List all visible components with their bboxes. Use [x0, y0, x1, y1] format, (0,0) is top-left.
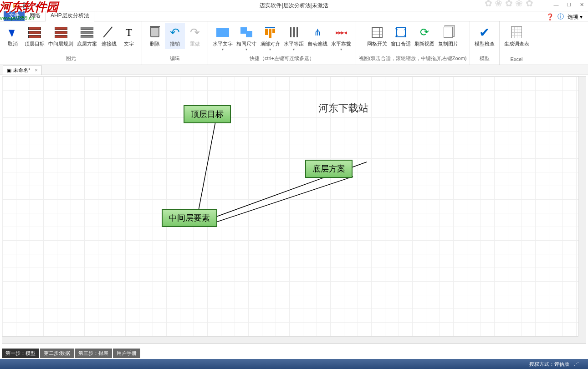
title-decoration: ✿ ❀ ✿ ❀ ✿	[485, 0, 533, 9]
hsnap-icon: ▸▸▸◂	[336, 29, 347, 36]
document-tab-bar: ▣ 未命名* ×	[0, 65, 588, 75]
fit-icon: ↖↗↙↘	[396, 27, 406, 37]
trash-icon	[150, 27, 159, 37]
ribbon-group-view: 网格开关 ↖↗↙↘ 窗口合适 ⟳ 刷新视图 复制图片 视图(双击合适，滚轮缩放，…	[356, 21, 470, 65]
canvas-container: 顶层目标 底层方案 中间层要素 河东下载站	[2, 76, 586, 344]
step1-tab[interactable]: 第一步：模型	[2, 349, 39, 358]
group-label-view: 视图(双击合适，滚轮缩放，中键拖屏,右键Zoom)	[359, 55, 467, 63]
ribbon-group-quick: 水平文字▾ 相同尺寸▾ 顶部对齐▾ 水平等距▾ ⋔ 自动连线 ▸▸▸◂ 水平靠拢…	[208, 21, 356, 65]
window-title: 迈实软件|层次分析法|未激活	[260, 2, 328, 10]
svg-line-0	[198, 122, 215, 212]
svg-line-2	[203, 177, 353, 227]
grid-button[interactable]: 网格开关	[365, 23, 389, 49]
grid-icon	[372, 27, 383, 38]
qat-app-icon[interactable]: 📦	[2, 1, 10, 10]
bottom-step-tabs: 第一步：模型 第二步:数据 第三步：报表 用户手册	[2, 349, 141, 358]
window-controls: — ☐ ✕	[550, 0, 588, 9]
ribbon-tab-bar: 文件 网络 AHP层次分析法 ❓ ⓘ 选项 ▾	[0, 11, 588, 21]
copy-icon	[444, 27, 453, 38]
help-icon[interactable]: ❓	[546, 13, 554, 20]
gensurvey-button[interactable]: 生成调查表	[502, 23, 531, 49]
refresh-button[interactable]: ⟳ 刷新视图	[413, 23, 436, 49]
horizontal-scrollbar[interactable]	[2, 336, 578, 344]
top-goal-button[interactable]: 顶层目标	[23, 23, 46, 49]
samesize-icon	[240, 27, 252, 37]
heq-button[interactable]: 水平等距▾	[282, 23, 306, 53]
minimize-button[interactable]: —	[550, 0, 562, 9]
info-icon[interactable]: ⓘ	[557, 13, 564, 21]
close-button[interactable]: ✕	[575, 0, 588, 9]
autoconn-icon: ⋔	[314, 27, 322, 38]
scroll-corner	[578, 336, 586, 344]
node-mid-element[interactable]: 中间层要素	[162, 209, 217, 227]
vertical-scrollbar[interactable]	[578, 76, 586, 336]
ribbon-group-model: ✔ 模型检查 模型	[470, 21, 500, 65]
ribbon-toolbar: 取消 顶层目标 中间层规则 底层方案 连接线 T 文字 图元	[0, 21, 588, 65]
samesize-button[interactable]: 相同尺寸▾	[235, 23, 258, 53]
htext-icon	[216, 28, 229, 37]
qat-undo-icon[interactable]: ↶	[32, 1, 40, 10]
group-label-model: 模型	[480, 55, 490, 63]
qat-open-icon[interactable]: 📂	[12, 1, 20, 10]
line-icon	[102, 26, 115, 39]
layer-icon	[28, 27, 41, 38]
resize-grip-icon[interactable]: ⋰	[574, 361, 579, 367]
step3-tab[interactable]: 第三步：报表	[75, 349, 112, 358]
qat-redo-icon[interactable]: ↷	[42, 1, 50, 10]
cursor-icon	[9, 27, 17, 37]
doc-tab-label: 未命名*	[13, 67, 30, 74]
step2-tab[interactable]: 第二步:数据	[40, 349, 74, 358]
options-button[interactable]: 选项 ▾	[568, 13, 583, 21]
ribbon-group-elements: 取消 顶层目标 中间层规则 底层方案 连接线 T 文字 图元	[0, 21, 142, 65]
topalign-icon	[265, 27, 275, 38]
status-license: 授权方式：评估版	[529, 361, 569, 368]
diagram-canvas[interactable]: 顶层目标 底层方案 中间层要素 河东下载站	[2, 76, 578, 336]
check-button[interactable]: ✔ 模型检查	[473, 23, 496, 49]
manual-tab[interactable]: 用户手册	[113, 349, 140, 358]
ribbon-tab-network[interactable]: 网络	[25, 10, 46, 21]
undo-button[interactable]: ↶ 撤销	[165, 23, 185, 49]
text-button[interactable]: T 文字	[119, 23, 139, 49]
heq-icon	[290, 27, 298, 37]
delete-button[interactable]: 删除	[145, 23, 165, 49]
qat-save-icon[interactable]: 💾	[22, 1, 30, 10]
layer-icon	[81, 27, 93, 38]
connector-button[interactable]: 连接线	[99, 23, 119, 49]
close-tab-icon[interactable]: ×	[35, 67, 37, 73]
redo-button[interactable]: ↷ 重做	[185, 23, 205, 49]
qat-dropdown-icon[interactable]: ▾	[52, 1, 60, 10]
autoconn-button[interactable]: ⋔ 自动连线	[306, 23, 329, 49]
node-bottom-plan[interactable]: 底层方案	[305, 160, 353, 178]
layer-icon	[55, 27, 67, 38]
check-icon: ✔	[479, 25, 490, 40]
node-top-goal[interactable]: 顶层目标	[184, 105, 231, 123]
refresh-icon: ⟳	[420, 26, 429, 39]
htext-button[interactable]: 水平文字▾	[211, 23, 235, 53]
ribbon-group-edit: 删除 ↶ 撤销 ↷ 重做 编辑	[142, 21, 208, 65]
status-bar: 授权方式：评估版 ⋰	[0, 359, 588, 369]
undo-icon: ↶	[170, 25, 180, 40]
mid-rule-button[interactable]: 中间层规则	[46, 23, 75, 49]
ribbon-group-excel: 生成调查表 Excel	[500, 21, 534, 65]
cube-icon: ▣	[7, 67, 11, 73]
document-tab[interactable]: ▣ 未命名* ×	[3, 66, 42, 75]
hsnap-button[interactable]: ▸▸▸◂ 水平靠拢▾	[329, 23, 353, 53]
bottom-plan-button[interactable]: 底层方案	[75, 23, 99, 49]
title-bar: 📦 📂 💾 ↶ ↷ ▾ 迈实软件|层次分析法|未激活 ✿ ❀ ✿ ❀ ✿ — ☐…	[0, 0, 588, 11]
copyimg-button[interactable]: 复制图片	[436, 23, 460, 49]
ribbon-tab-ahp[interactable]: AHP层次分析法	[46, 10, 94, 21]
topalign-button[interactable]: 顶部对齐▾	[258, 23, 282, 53]
group-label-edit: 编辑	[170, 55, 180, 63]
group-label-excel: Excel	[511, 56, 523, 63]
excel-icon	[511, 26, 522, 38]
group-label-quick: 快捷（ctrl+左键可连续多选）	[250, 55, 314, 63]
group-label-elements: 图元	[66, 55, 76, 63]
cancel-button[interactable]: 取消	[3, 23, 23, 49]
quick-access-toolbar: 📦 📂 💾 ↶ ↷ ▾	[0, 1, 60, 10]
text-icon: T	[126, 26, 133, 39]
maximize-button[interactable]: ☐	[562, 0, 575, 9]
ribbon-tab-file[interactable]: 文件	[4, 10, 25, 21]
redo-icon: ↷	[190, 25, 200, 40]
connector-lines	[2, 76, 578, 336]
fit-button[interactable]: ↖↗↙↘ 窗口合适	[389, 23, 413, 49]
